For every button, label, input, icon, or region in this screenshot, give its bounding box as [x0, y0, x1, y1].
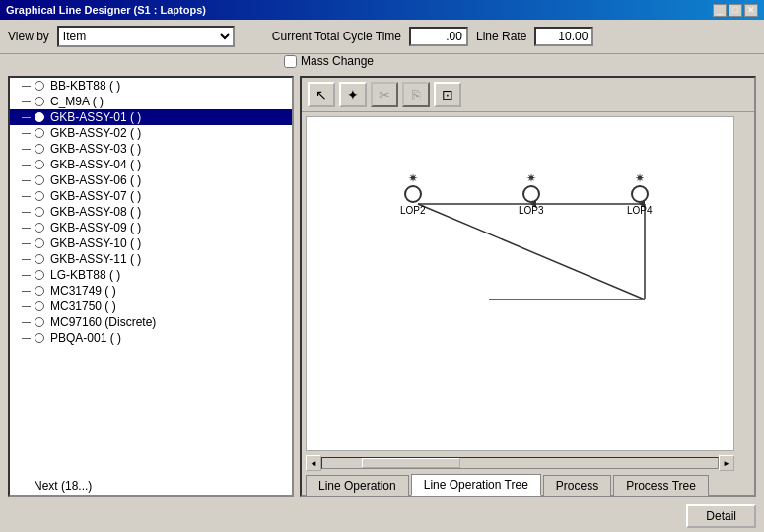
tree-item[interactable]: —MC31749 ( ) — [10, 283, 292, 299]
scroll-left-button[interactable]: ◄ — [306, 455, 321, 471]
tree-node-icon — [33, 126, 46, 140]
mass-change-area: Mass Change — [284, 54, 374, 68]
lop2-asterisk: ✷ — [408, 171, 418, 185]
left-panel: —BB-KBT88 ( )—C_M9A ( )—GKB-ASSY-01 ( )—… — [8, 76, 294, 497]
tree-item[interactable]: —PBQA-001 ( ) — [10, 330, 292, 346]
window-title: Graphical Line Designer (S1 : Laptops) — [6, 4, 206, 16]
tree-item[interactable]: —C_M9A ( ) — [10, 94, 292, 109]
tree-item[interactable]: —GKB-ASSY-06 ( ) — [10, 172, 292, 188]
tree-expand-icon: — — [22, 128, 31, 138]
scroll-thumb-h[interactable] — [362, 458, 460, 468]
tree-item-label: GKB-ASSY-07 ( ) — [50, 189, 141, 203]
title-bar: Graphical Line Designer (S1 : Laptops) _… — [0, 0, 764, 20]
tree-node-icon — [33, 236, 46, 250]
tree-item[interactable]: —GKB-ASSY-01 ( ) — [10, 109, 292, 125]
minimize-button[interactable]: _ — [713, 4, 727, 17]
lop4-circle[interactable] — [631, 185, 649, 203]
next-item[interactable]: Next (18...) — [10, 477, 292, 495]
tree-item[interactable]: —GKB-ASSY-09 ( ) — [10, 220, 292, 235]
tree-item-label: GKB-ASSY-01 ( ) — [50, 110, 141, 124]
cut-tool-button[interactable]: ✂ — [371, 82, 398, 107]
tab-process-tree[interactable]: Process Tree — [613, 475, 709, 496]
tree-item-label: MC31750 ( ) — [50, 299, 116, 313]
tree-item[interactable]: —GKB-ASSY-04 ( ) — [10, 157, 292, 172]
tree-expand-icon: — — [22, 301, 31, 311]
right-toolbar: ↖ ✦ ✂ ⎘ ⊡ — [302, 78, 754, 112]
tree-expand-icon: — — [22, 317, 31, 327]
content-area: —BB-KBT88 ( )—C_M9A ( )—GKB-ASSY-01 ( )—… — [0, 72, 764, 500]
tree-expand-icon: — — [22, 160, 31, 169]
tree-node-icon — [33, 299, 46, 313]
tree-item-label: GKB-ASSY-11 ( ) — [50, 252, 141, 266]
tree-item-label: BB-KBT88 ( ) — [50, 79, 120, 93]
tree-expand-icon: — — [22, 238, 31, 248]
scroll-right-button[interactable]: ► — [719, 455, 734, 471]
lop3-label: LOP3 — [519, 205, 544, 216]
lop3-circle[interactable] — [522, 185, 540, 203]
horizontal-scrollbar[interactable]: ◄ ► — [306, 455, 734, 471]
tree-item-label: GKB-ASSY-03 ( ) — [50, 142, 141, 156]
lop3-asterisk: ✷ — [526, 171, 536, 185]
tree-item[interactable]: —LG-KBT88 ( ) — [10, 267, 292, 283]
tree-expand-icon: — — [22, 254, 31, 264]
cycle-time-value: .00 — [409, 27, 468, 46]
mass-change-label: Mass Change — [301, 54, 374, 68]
tree-item-label: MC31749 ( ) — [50, 284, 116, 298]
tree-node-icon — [33, 268, 46, 282]
tree-item[interactable]: —MC31750 ( ) — [10, 299, 292, 314]
tree-item[interactable]: —BB-KBT88 ( ) — [10, 78, 292, 94]
tree-expand-icon: — — [22, 207, 31, 217]
tree-expand-icon: — — [22, 81, 31, 91]
svg-line-2 — [418, 204, 645, 299]
tree-node-icon — [33, 189, 46, 203]
lop2-circle[interactable] — [404, 185, 422, 203]
mass-change-checkbox[interactable] — [284, 55, 297, 68]
paste-tool-button[interactable]: ⊡ — [434, 82, 461, 107]
window-controls[interactable]: _ □ ✕ — [713, 4, 758, 17]
tab-process[interactable]: Process — [543, 475, 611, 496]
tree-scroll[interactable]: —BB-KBT88 ( )—C_M9A ( )—GKB-ASSY-01 ( )—… — [10, 78, 292, 477]
tree-item[interactable]: —GKB-ASSY-11 ( ) — [10, 251, 292, 267]
node-lop3[interactable]: ✷ LOP3 — [519, 171, 544, 216]
tree-item[interactable]: —GKB-ASSY-08 ( ) — [10, 204, 292, 220]
tree-expand-icon: — — [22, 175, 31, 185]
tab-line-operation-tree[interactable]: Line Operation Tree — [411, 474, 541, 496]
copy-tool-button[interactable]: ⎘ — [402, 82, 430, 107]
select-tool-button[interactable]: ✦ — [339, 82, 367, 107]
tree-node-icon — [33, 95, 46, 108]
tree-node-icon — [33, 158, 46, 171]
tree-expand-icon: — — [22, 97, 31, 106]
tree-item[interactable]: —GKB-ASSY-07 ( ) — [10, 188, 292, 204]
maximize-button[interactable]: □ — [729, 4, 742, 17]
tab-line-operation[interactable]: Line Operation — [306, 475, 409, 496]
tree-expand-icon: — — [22, 144, 31, 154]
tree-expand-icon: — — [22, 112, 31, 122]
close-button[interactable]: ✕ — [744, 4, 758, 17]
pointer-tool-button[interactable]: ↖ — [308, 82, 335, 107]
tree-item[interactable]: —GKB-ASSY-02 ( ) — [10, 125, 292, 141]
tree-expand-icon: — — [22, 270, 31, 280]
tree-item-label: PBQA-001 ( ) — [50, 331, 121, 345]
diagram-svg — [307, 117, 733, 450]
tree-item[interactable]: —MC97160 (Discrete) — [10, 314, 292, 330]
tree-expand-icon: — — [22, 286, 31, 296]
tree-item-label: GKB-ASSY-02 ( ) — [50, 126, 141, 140]
tree-item-label: LG-KBT88 ( ) — [50, 268, 120, 282]
node-lop4[interactable]: ✷ LOP4 — [627, 171, 653, 216]
scroll-track-h — [321, 457, 719, 469]
tree-expand-icon: — — [22, 333, 31, 343]
toolbar: View by Item Operation Resource Current … — [0, 20, 764, 54]
main-area: View by Item Operation Resource Current … — [0, 20, 764, 532]
tree-node-icon — [33, 252, 46, 266]
tree-node-icon — [33, 79, 46, 93]
tree-item[interactable]: —GKB-ASSY-10 ( ) — [10, 235, 292, 251]
view-by-select[interactable]: Item Operation Resource — [57, 26, 235, 47]
cycle-time-area: Current Total Cycle Time .00 Line Rate 1… — [272, 27, 594, 46]
diagram-area: ✷ LOP2 ✷ LOP3 ✷ LOP4 ▲ — [306, 116, 734, 451]
node-lop2[interactable]: ✷ LOP2 — [400, 171, 426, 216]
line-rate-value: 10.00 — [534, 27, 593, 46]
tree-node-icon — [33, 331, 46, 345]
tree-item[interactable]: —GKB-ASSY-03 ( ) — [10, 141, 292, 157]
detail-button[interactable]: Detail — [686, 504, 756, 528]
sub-toolbar: Mass Change — [0, 54, 764, 72]
